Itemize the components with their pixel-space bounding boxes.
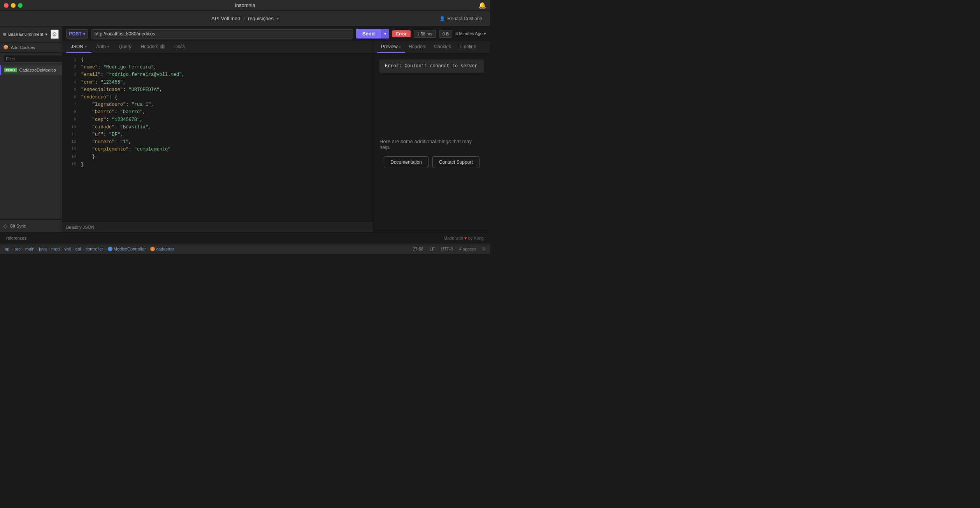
user-info: 👤 Renata Cristiane	[439, 16, 482, 21]
minimize-button[interactable]	[11, 3, 16, 8]
collection-name: requisições	[248, 16, 274, 21]
link-icon[interactable]: ⎘	[483, 247, 485, 251]
code-line-11: 11 "uf": "DF",	[62, 131, 373, 138]
breadcrumb-bar: api › src › main › java › med › voll › a…	[0, 243, 490, 254]
tab-auth[interactable]: Auth ▾	[91, 41, 114, 53]
cadastrar-icon	[150, 247, 155, 251]
response-pane: Preview ▾ Headers Cookies Timeline Error…	[373, 41, 490, 232]
header-bar: API Voll.med / requisições ▾ 👤 Renata Cr…	[0, 11, 490, 26]
user-name: Renata Cristiane	[448, 16, 482, 21]
tab-timeline[interactable]: Timeline	[455, 41, 480, 53]
sidebar-top: Base Environment ▾ ⚙	[0, 26, 62, 42]
code-line-15: 15 }	[62, 161, 373, 168]
request-name: CadastroDeMedico	[19, 68, 56, 72]
breadcrumb-api[interactable]: api	[5, 247, 11, 251]
tab-preview[interactable]: Preview ▾	[377, 41, 405, 53]
error-message: Error: Couldn't connect to server	[379, 60, 484, 73]
breadcrumb-main[interactable]: main	[25, 247, 35, 251]
editor-footer: Beautify JSON	[62, 222, 373, 232]
breadcrumb-cadastrar[interactable]: cadastrar	[156, 247, 174, 251]
method-select[interactable]: POST ▾	[66, 29, 88, 39]
git-label: Git Sync	[10, 224, 26, 228]
code-line-7: 7 "logradouro": "rua 1",	[62, 101, 373, 109]
response-tabs-bar: Preview ▾ Headers Cookies Timeline	[373, 41, 490, 53]
maximize-button[interactable]	[18, 3, 23, 8]
request-area: POST ▾ Send ▾ Error 1.58 ms 0 B 6 Minute…	[62, 26, 490, 232]
header-separator: /	[244, 16, 245, 21]
cookie-icon: 🍪	[3, 45, 9, 50]
documentation-button[interactable]: Documentation	[384, 156, 429, 168]
tab-cookies[interactable]: Cookies	[430, 41, 455, 53]
settings-button[interactable]: ⚙	[51, 30, 59, 39]
help-text: Here are some additional things that may…	[379, 138, 484, 150]
tab-json[interactable]: JSON ▾	[66, 41, 91, 53]
line-ending: LF	[430, 247, 435, 251]
url-bar: POST ▾ Send ▾ Error 1.58 ms 0 B 6 Minute…	[62, 26, 490, 41]
notification-icon[interactable]: 🔔	[478, 2, 486, 9]
code-line-1: 1 {	[62, 56, 373, 64]
git-icon: ◇	[3, 223, 7, 229]
close-button[interactable]	[4, 3, 9, 8]
breadcrumb-src[interactable]: src	[15, 247, 21, 251]
filter-input[interactable]	[3, 55, 62, 63]
tab-headers[interactable]: Headers 2	[136, 41, 169, 53]
code-line-8: 8 "bairro": "bairro",	[62, 109, 373, 116]
code-line-3: 3 "email": "rodrigo.ferreira@voll.med",	[62, 71, 373, 79]
app-title: Insomnia	[235, 2, 255, 8]
breadcrumb-api2[interactable]: api	[75, 247, 81, 251]
breadcrumb-medicocontroller[interactable]: MedicoController	[114, 247, 146, 251]
add-cookies-row[interactable]: 🍪 Add Cookies	[0, 42, 62, 53]
list-item[interactable]: POST CadastroDeMedico	[0, 65, 62, 75]
code-line-2: 2 "nome": "Rodrigo Ferreira",	[62, 64, 373, 71]
breadcrumb-right: 27:68 LF UTF-8 4 spaces ⎘	[413, 247, 485, 251]
breadcrumb-med[interactable]: med	[51, 247, 60, 251]
charset: UTF-8	[441, 247, 453, 251]
user-icon: 👤	[439, 16, 445, 21]
code-line-10: 10 "cidade": "Brasilia",	[62, 124, 373, 131]
method-badge: POST	[4, 68, 17, 72]
cursor-position: 27:68	[413, 247, 423, 251]
code-line-4: 4 "crm": "123456",	[62, 79, 373, 86]
code-line-9: 9 "cep": "12345678",	[62, 116, 373, 124]
code-line-14: 14 }	[62, 153, 373, 161]
send-dropdown-button[interactable]: ▾	[381, 29, 389, 39]
project-selector[interactable]: API Voll.med / requisições ▾	[211, 16, 279, 21]
tab-query[interactable]: Query	[114, 41, 136, 53]
filter-bar: ⇅ +	[0, 53, 62, 65]
error-badge: Error	[392, 30, 411, 37]
title-bar: Insomnia 🔔	[0, 0, 490, 11]
breadcrumb-voll[interactable]: voll	[64, 247, 71, 251]
medicocontroller-icon	[108, 247, 112, 251]
status-bar: references Made with ♥ by Kong	[0, 232, 490, 243]
breadcrumb-controller[interactable]: controller	[86, 247, 103, 251]
code-line-13: 13 "complemento": "complemento"	[62, 146, 373, 153]
traffic-lights	[4, 3, 23, 8]
breadcrumb-cadastrar-group[interactable]: cadastrar	[150, 247, 174, 251]
breadcrumb-java[interactable]: java	[39, 247, 47, 251]
send-button-group: Send ▾	[356, 29, 389, 39]
made-with-text: Made with ♥ by Kong	[444, 236, 484, 240]
project-name: API Voll.med	[211, 16, 240, 21]
method-label: POST	[69, 31, 82, 37]
tab-docs[interactable]: Docs	[170, 41, 190, 53]
split-panes: JSON ▾ Auth ▾ Query Headers 2	[62, 41, 490, 232]
breadcrumb-medicocontroller-group[interactable]: MedicoController	[108, 247, 146, 251]
send-button[interactable]: Send	[356, 29, 381, 39]
tab-response-headers[interactable]: Headers	[405, 41, 430, 53]
json-editor[interactable]: 1 { 2 "nome": "Rodrigo Ferreira", 3 "ema…	[62, 53, 373, 222]
git-sync[interactable]: ◇ Git Sync	[0, 219, 62, 232]
sidebar: Base Environment ▾ ⚙ 🍪 Add Cookies ⇅ + P…	[0, 26, 62, 232]
status-left: references	[6, 236, 26, 240]
code-line-6: 6 "endereco": {	[62, 94, 373, 101]
env-selector[interactable]: Base Environment ▾	[3, 32, 47, 37]
help-buttons: Documentation Contact Support	[384, 156, 479, 168]
response-time: 1.58 ms	[414, 30, 436, 38]
help-section: Here are some additional things that may…	[379, 81, 484, 226]
response-size: 0 B	[439, 30, 453, 38]
indent-style: 4 spaces	[459, 247, 476, 251]
sidebar-icons: ⚙	[51, 30, 59, 39]
contact-support-button[interactable]: Contact Support	[432, 156, 479, 168]
collection-dropdown-arrow: ▾	[277, 16, 279, 21]
url-input[interactable]	[91, 29, 353, 39]
beautify-json-button[interactable]: Beautify JSON	[66, 225, 94, 229]
